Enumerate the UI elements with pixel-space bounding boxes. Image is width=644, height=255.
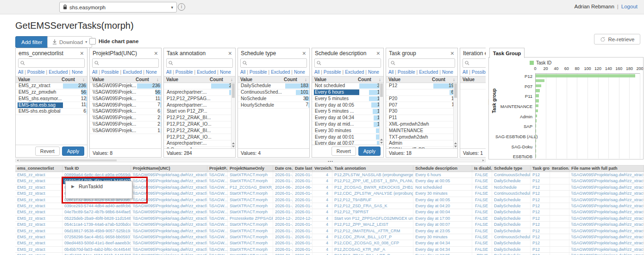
table-cell[interactable]: 2024-06-... — [293, 185, 313, 190]
filters-horizontal-scrollbar[interactable] — [15, 159, 486, 162]
revert-button[interactable]: Revert — [331, 147, 356, 156]
table-cell[interactable]: 2026-01-... — [273, 234, 293, 240]
table-cell[interactable]: \\SAGW... — [207, 172, 228, 178]
table-cell[interactable]: Every day at 04:34 — [413, 247, 472, 252]
table-cell[interactable]: \\SAGW095\Projekte\sag.dwh\zz_xtract\Sta… — [131, 234, 207, 240]
table-cell[interactable]: \\SAGW095\Projekte\sag.dwh\zz_xtract\Sta… — [569, 191, 644, 196]
table-cell[interactable]: \\SAGW095\Projekte\sag.dwh\zz_xtract\Sta… — [569, 240, 644, 246]
filter-link-excluded[interactable]: Excluded — [271, 70, 290, 75]
close-icon[interactable]: × — [302, 51, 306, 56]
table-cell[interactable]: 2026-01-... — [273, 247, 293, 252]
sort-desc-icon[interactable]: ↓ — [80, 77, 85, 82]
list-item[interactable]: EMS_zz_pmxdwh56 — [16, 89, 87, 96]
table-cell[interactable]: DailySchedule — [492, 197, 531, 203]
list-item[interactable]: 62 — [386, 89, 457, 96]
column-header-14[interactable]: File name with full path — [569, 166, 644, 172]
column-header-value[interactable]: Value — [18, 77, 62, 82]
list-scrollbar[interactable] — [453, 83, 457, 148]
table-cell[interactable]: ContinuousSchedule — [492, 172, 531, 178]
scroll-down-icon[interactable] — [232, 146, 235, 147]
list-item[interactable]: Ansprechpartner:...2 — [164, 140, 235, 147]
table-cell[interactable]: \\SAGW095\Projekte\sag.dwh\zz_xtract\Sta… — [131, 222, 207, 227]
table-cell[interactable]: \\SAGW... — [207, 197, 228, 203]
table-cell[interactable]: 4 — [313, 222, 332, 227]
list-item[interactable]: Every day at 04:3412 — [312, 115, 383, 121]
table-cell[interactable]: 4 — [313, 234, 332, 240]
table-cell[interactable]: P12 — [531, 247, 550, 252]
close-icon[interactable]: × — [80, 51, 84, 56]
table-cell[interactable]: P12 — [531, 203, 550, 209]
scroll-up-icon[interactable] — [454, 142, 457, 144]
table-cell[interactable]: 2026-01-... — [293, 228, 313, 234]
list-item[interactable]: Every 5 minutes ...13 — [312, 108, 383, 115]
scroll-left-icon[interactable] — [17, 159, 19, 161]
table-cell[interactable]: \\SAGW095\Projekte\sag.dwh\zz_xtract\Sta… — [131, 240, 207, 246]
list-item[interactable]: EMS-shs.esb.global6 — [16, 108, 87, 115]
filter-search-input[interactable] — [463, 58, 486, 68]
table-cell[interactable]: 2026-01-... — [273, 222, 293, 227]
table-cell[interactable]: Every day at 00:05 — [413, 178, 472, 184]
table-row[interactable]: EMS_zz_xtract054c1ca4-1739-44a6-a7ab-520… — [15, 222, 644, 228]
list-item[interactable]: EMS_shs.easymor...12 — [16, 96, 87, 102]
scrollbar-thumb[interactable] — [19, 159, 117, 161]
list-item[interactable]: TXT-pmxdwh2dwh4 — [386, 134, 457, 140]
column-header-value[interactable]: Value — [314, 77, 358, 82]
list-item[interactable]: Ansprechpartner:...5 — [164, 89, 235, 96]
table-cell[interactable]: 2026-01-... — [273, 209, 293, 215]
table-cell[interactable]: P12,P12_ZRAK_BILL_LOT_P — [332, 253, 413, 255]
table-cell[interactable]: StartXTRACT.morph — [228, 228, 273, 234]
table-cell[interactable]: 4 — [313, 185, 332, 190]
table-cell[interactable]: StartXTRACT.morph — [228, 209, 273, 215]
table-cell[interactable]: 4 — [313, 247, 332, 252]
table-cell[interactable] — [550, 191, 569, 196]
column-header-value[interactable]: Value — [463, 77, 486, 82]
table-cell[interactable]: StartXTRACT.morph — [228, 234, 273, 240]
column-header-10[interactable]: Is disabl... — [472, 166, 492, 172]
table-cell[interactable]: EMS_zz_xtract — [15, 191, 63, 196]
filter-link-excluded[interactable]: Excluded — [345, 70, 364, 75]
table-cell[interactable]: P12 — [531, 240, 550, 246]
table-cell[interactable]: 2026-01-... — [273, 197, 293, 203]
column-header-0[interactable]: ems_connectorlist — [15, 166, 63, 172]
table-cell[interactable]: EMS_zz_xtract — [15, 228, 63, 234]
table-cell[interactable]: \\SAGW095\Projekte\sag.dwh\zz_xtract\Sta… — [131, 209, 207, 215]
table-cell[interactable]: \\SAGW... — [207, 209, 228, 215]
table-cell[interactable]: DailySchedule — [492, 222, 531, 227]
workspace-selector[interactable]: shs.easymorph ▾ — [59, 2, 177, 13]
table-cell[interactable] — [550, 247, 569, 252]
filter-link-excluded[interactable]: Excluded — [49, 70, 68, 75]
close-icon[interactable]: × — [450, 51, 455, 56]
table-cell[interactable]: EMS_zz_xtract — [15, 209, 63, 215]
table-cell[interactable]: 2024-12-... — [293, 216, 313, 221]
table-cell[interactable]: Every day at 00:05 — [413, 197, 472, 203]
table-cell[interactable]: P12,P12_ZSD_FRA_SAS_K — [332, 203, 413, 209]
table-cell[interactable]: \\SAGW095\Projekte\sag.dwh\zz_xtract\Sta… — [131, 197, 207, 203]
list-item[interactable]: Every day at 00:019 — [312, 134, 383, 140]
table-cell[interactable]: \\SAGW095\Projekte\sag.dwh\zz_xtract\Pro… — [569, 216, 644, 221]
scroll-right-icon[interactable] — [482, 159, 484, 161]
table-cell[interactable]: 2026-01-... — [293, 234, 313, 240]
scroll-down-icon[interactable] — [380, 142, 383, 144]
list-item[interactable]: EMS-shs.esb.sag11 — [16, 102, 87, 108]
table-cell[interactable]: \\SAGW... — [207, 234, 228, 240]
table-cell[interactable]: 4 — [313, 240, 332, 246]
table-cell[interactable]: 2024-06-... — [273, 185, 293, 190]
list-item[interactable]: \\SAGW095\Projek...6 — [90, 108, 161, 115]
column-header-8[interactable]: Task annotation — [332, 166, 413, 172]
scroll-up-icon[interactable] — [232, 142, 235, 144]
list-item[interactable]: Every day at 00:078 — [312, 140, 383, 145]
list-scrollbar[interactable] — [231, 83, 235, 148]
filter-link-all[interactable]: All — [166, 70, 171, 75]
table-cell[interactable]: \\SAGW095\Projekte\sag.dwh\zz_xtract\P12… — [131, 185, 207, 190]
table-cell[interactable]: EMS_zz_xtract — [15, 222, 63, 227]
list-item[interactable]: Every day at 00:0515 — [312, 102, 383, 108]
table-cell[interactable] — [550, 197, 569, 203]
table-cell[interactable]: DailySchedule — [492, 203, 531, 209]
table-cell[interactable]: ContinuousSchedule — [492, 191, 531, 196]
table-cell[interactable]: \\SAGW095\Projekte\sag.dwh\zz_xtract\Sta… — [569, 228, 644, 234]
table-cell[interactable]: FALSE — [472, 178, 492, 184]
filter-link-possible[interactable]: Possible — [101, 70, 119, 75]
table-cell[interactable]: FALSE — [472, 191, 492, 196]
scroll-down-icon[interactable] — [454, 146, 457, 147]
table-cell[interactable]: \\SAGW095\Projekte\sag.dwh\zz_xtract\Sta… — [131, 172, 207, 178]
